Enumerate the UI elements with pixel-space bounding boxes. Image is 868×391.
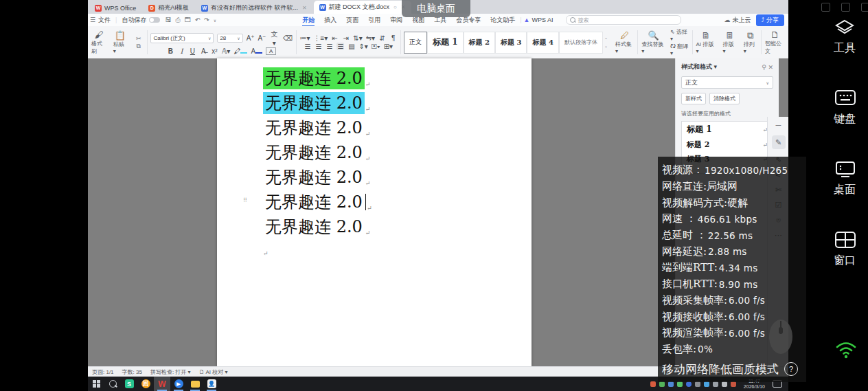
- select-button[interactable]: ⇖ 选择 ▾: [670, 28, 691, 42]
- gallery-scroll-up-icon[interactable]: ⌃: [604, 37, 608, 42]
- style-heading2[interactable]: 标题 2: [464, 32, 495, 54]
- underline-button[interactable]: U: [189, 47, 196, 55]
- doc-line-3[interactable]: 无界趣连 2.0 ↵: [263, 115, 532, 140]
- preview-icon[interactable]: 🗔: [183, 16, 193, 23]
- char-border-button[interactable]: A: [266, 47, 276, 55]
- ai-proofread[interactable]: 🗋 AI 校对 ▾: [199, 368, 228, 376]
- justify-button[interactable]: ☰: [336, 43, 344, 50]
- taskbar-app-orange[interactable]: 回: [137, 377, 154, 391]
- share-button[interactable]: ⤴ 分享: [756, 14, 785, 26]
- file-menu[interactable]: 文件: [98, 16, 115, 25]
- tab-close-icon[interactable]: ✕: [302, 5, 307, 11]
- bullet-list-button[interactable]: ≔▾: [299, 34, 310, 42]
- style-heading4[interactable]: 标题 4: [527, 32, 558, 54]
- sidebar-item-windows[interactable]: 窗口: [821, 232, 868, 268]
- line-spacing-button[interactable]: ⇕▾: [358, 43, 367, 50]
- taskbar-app-security[interactable]: S: [121, 377, 137, 391]
- ribbon-tab-page[interactable]: 页面: [341, 16, 363, 25]
- smart-doc-button[interactable]: 🗋 智能公文: [762, 26, 788, 58]
- tray-icon[interactable]: [650, 381, 656, 387]
- redo-icon[interactable]: ↷: [202, 16, 212, 23]
- print-icon[interactable]: ⎙: [173, 16, 182, 24]
- style-default-font[interactable]: 默认段落字体: [559, 32, 603, 54]
- style-set-button[interactable]: 🖊 样式集 ▾: [612, 26, 637, 58]
- layout-button[interactable]: 🗏 排版 ▾: [720, 26, 740, 58]
- font-name-select[interactable]: Calibri (正文) ∨: [150, 33, 214, 43]
- number-list-button[interactable]: ⋮≡▾: [313, 34, 328, 42]
- ai-layout-button[interactable]: 🗎 AI 排版 ▾: [693, 26, 720, 58]
- sidebar-item-desktop[interactable]: 桌面: [821, 161, 868, 197]
- quality-mode-row[interactable]: 移动网络降低画质模式 ?: [662, 359, 806, 379]
- paragraph-drag-handle-icon[interactable]: ⠿: [243, 199, 250, 208]
- remote-action-icon[interactable]: [821, 3, 830, 12]
- style-normal[interactable]: 正文: [404, 32, 427, 54]
- ribbon-tab-insert[interactable]: 插入: [319, 16, 341, 25]
- taskbar-file-explorer[interactable]: [187, 377, 203, 391]
- doc-line-7[interactable]: 无界趣连 2.0 ↵: [263, 214, 532, 239]
- show-marks-button[interactable]: ¶: [389, 34, 397, 42]
- remote-action-icon[interactable]: [841, 3, 850, 12]
- sidebar-item-keyboard[interactable]: 键盘: [821, 90, 868, 126]
- tab-new-docx-active[interactable]: W 新建 DOCX 文档.docx ○ ✕: [314, 1, 411, 14]
- doc-line-2[interactable]: 无界趣连 2.0 ↵: [263, 91, 532, 115]
- align-right-button[interactable]: ☰: [326, 43, 333, 50]
- ribbon-tab-paper-helper[interactable]: 论文助手: [486, 16, 520, 25]
- close-icon[interactable]: ✕: [768, 64, 773, 71]
- italic-button[interactable]: I: [178, 47, 185, 55]
- document-page[interactable]: 无界趣连 2.0 ↵ 无界趣连 2.0 ↵ 无界趣连 2.0 ↵ 无界趣连 2.…: [217, 58, 532, 366]
- text-direction-button[interactable]: ⇅▾: [353, 34, 362, 42]
- collapse-panel-icon[interactable]: ─: [776, 121, 781, 129]
- doc-line-6[interactable]: 无界趣连 2.0 ↵: [263, 190, 532, 214]
- edit-pen-icon[interactable]: ✎: [772, 135, 786, 149]
- translate-button[interactable]: 🗘 翻译 ▾: [670, 43, 691, 56]
- save-icon[interactable]: 🖫: [163, 16, 173, 23]
- sidebar-item-tools[interactable]: 工具: [821, 19, 868, 56]
- style-list-item[interactable]: 标题 1↵: [682, 122, 773, 137]
- cut-icon[interactable]: ✂: [134, 35, 144, 42]
- virtual-mouse-icon[interactable]: [765, 317, 797, 359]
- decrease-font-button[interactable]: A⁻: [258, 34, 266, 42]
- format-painter-button[interactable]: 🖌 格式刷: [88, 26, 110, 58]
- taskbar-search-button[interactable]: [104, 377, 121, 391]
- border-button[interactable]: ⊞▾: [384, 43, 393, 50]
- doc-line-5[interactable]: 无界趣连 2.0 ↵: [263, 165, 532, 190]
- remote-action-icon[interactable]: [861, 3, 868, 12]
- indent-button[interactable]: ⇥: [342, 34, 350, 42]
- taskbar-app-wps-active[interactable]: W: [154, 377, 170, 391]
- gallery-scroll-down-icon[interactable]: ⌄: [604, 43, 608, 48]
- shading-button[interactable]: 🞔▾: [372, 43, 380, 51]
- copy-icon[interactable]: ⧉: [135, 43, 143, 50]
- tab-remote-software-doc[interactable]: W 有没有好用的远程软件 软件软... ✕: [196, 2, 312, 14]
- superscript-button[interactable]: x²: [211, 47, 218, 55]
- help-icon[interactable]: ?: [784, 362, 798, 376]
- doc-line-4[interactable]: 无界趣连 2.0 ↵: [263, 140, 532, 165]
- font-color-button[interactable]: A: [251, 47, 262, 55]
- style-list-item[interactable]: 标题 2↵: [682, 137, 773, 152]
- char-scale-button[interactable]: ⇋▾: [366, 34, 375, 42]
- style-heading1[interactable]: 标题 1: [427, 32, 464, 54]
- tab-docer-templates[interactable]: D 稻壳AI模板: [143, 2, 194, 14]
- start-button[interactable]: [88, 377, 104, 391]
- font-size-select[interactable]: 28 ∨: [217, 34, 242, 43]
- char-effects-button[interactable]: 𝔸▾: [222, 47, 230, 55]
- find-replace-button[interactable]: 🔍 查找替换 ▾: [638, 26, 669, 58]
- not-synced-label[interactable]: 未上云: [733, 16, 756, 25]
- paste-button[interactable]: 📋 粘贴 ▾: [110, 26, 130, 58]
- text-effects-button[interactable]: 文▾: [269, 30, 279, 47]
- ribbon-tab-home[interactable]: 开始: [297, 16, 319, 25]
- wps-ai-button[interactable]: WPS AI: [532, 16, 558, 23]
- current-style-select[interactable]: 正文 ∨: [681, 76, 773, 89]
- doc-line-1[interactable]: 无界趣连 2.0 ↵: [263, 66, 532, 91]
- pin-icon[interactable]: ⚲: [762, 64, 766, 71]
- outdent-button[interactable]: ⇤: [331, 34, 339, 42]
- spellcheck-status[interactable]: 拼写检查: 打开 ▾: [150, 368, 191, 376]
- bold-button[interactable]: B: [167, 47, 174, 55]
- more-chevron-icon[interactable]: ∨: [212, 18, 218, 23]
- autosave-toggle[interactable]: [149, 17, 160, 23]
- sort-button[interactable]: ⇵: [378, 34, 386, 42]
- word-count[interactable]: 字数: 35: [122, 368, 142, 376]
- new-style-button[interactable]: 新样式: [681, 93, 706, 104]
- clear-format-button[interactable]: 清除格式: [709, 93, 740, 104]
- search-input[interactable]: 搜索: [566, 15, 681, 25]
- taskbar-app-person[interactable]: 👤: [203, 377, 220, 391]
